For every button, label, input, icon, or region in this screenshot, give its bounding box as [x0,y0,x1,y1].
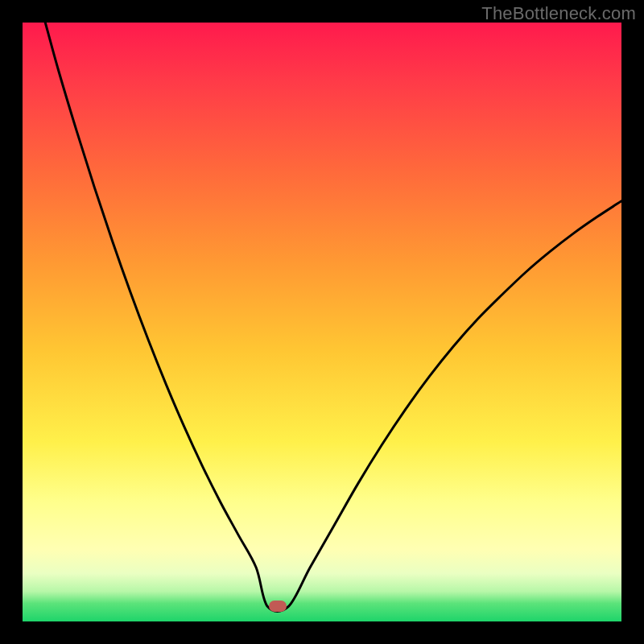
min-marker [269,601,287,612]
bottleneck-curve [23,23,621,621]
curve-path [45,23,621,611]
chart-frame: TheBottleneck.com [0,0,644,644]
watermark-text: TheBottleneck.com [481,3,636,24]
chart-plot-area [23,23,621,621]
